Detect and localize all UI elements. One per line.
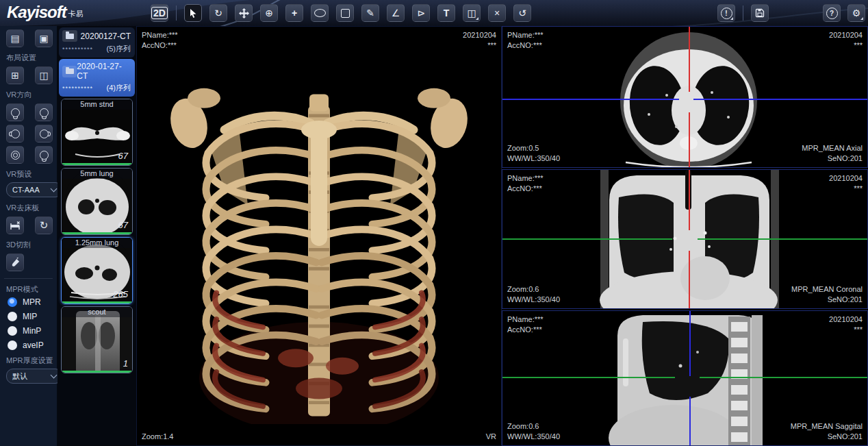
radio-icon [8, 312, 17, 321]
head-back-icon [40, 108, 49, 117]
folder-closed-icon [66, 34, 74, 39]
axial-date-overlay: 20210204 *** [829, 30, 863, 51]
coronal-patient-overlay: PName:*** AccNO:*** [507, 173, 544, 194]
bed-reset-button[interactable]: ↻ [35, 216, 53, 234]
text-annotate-button[interactable]: T [437, 4, 455, 22]
pan-button[interactable] [235, 4, 253, 22]
series-thumbnail-5mm-lung[interactable]: 5mm lung 67 [61, 168, 133, 235]
axial-masked: *** [829, 40, 863, 51]
vr-preset-select[interactable]: CT-AAA [6, 182, 62, 197]
folder-box [62, 66, 77, 77]
vr-left-view-button[interactable] [6, 125, 24, 143]
about-info-button[interactable]: ! [717, 4, 735, 22]
sagittal-crosshair-vertical-blue[interactable] [689, 311, 691, 376]
zoom-tool-button[interactable]: ⊕ [260, 4, 278, 22]
mpr-sagittal-viewport[interactable]: PName:*** AccNO:*** 20210204 *** Zoom:0.… [502, 310, 868, 446]
help-button[interactable]: ? [823, 4, 841, 22]
toggle-left-panel-button[interactable]: ▤ [6, 29, 24, 47]
study-title-row: 2020-01-27-CT [62, 62, 131, 81]
arrow-pointer-icon: ⊳ [417, 8, 425, 18]
mpr-thickness-label: MPR厚度设置 [6, 356, 57, 366]
mpr-coronal-viewport[interactable]: PName:*** AccNO:*** 20210204 *** Zoom:0.… [502, 169, 868, 309]
grid-layout-button[interactable]: ⊞ [6, 66, 24, 84]
vr-right-view-button[interactable] [35, 125, 53, 143]
split-layout-button[interactable]: ◫ [35, 66, 53, 84]
study-item-2-selected[interactable]: 2020-01-27-CT ********** (4)序列 [59, 59, 135, 97]
coronal-crosshair-vertical-red[interactable] [689, 170, 690, 230]
folder-box [62, 30, 77, 42]
axial-crosshair-horizontal-blue[interactable] [502, 99, 679, 100]
window-level-button[interactable]: ◫ [463, 4, 481, 22]
pencil-measure-button[interactable]: ✎ [361, 4, 379, 22]
magnifier-plus-icon: ⊕ [265, 8, 273, 18]
mpr-mode-option-minp[interactable]: MinP [8, 326, 57, 336]
mpr-mode-option-mip[interactable]: MIP [8, 312, 57, 321]
reset-view-button[interactable]: ↺ [513, 4, 531, 22]
vr-front-view-button[interactable] [6, 103, 24, 121]
coronal-zoom: Zoom:0.6 [507, 284, 560, 295]
save-export-button[interactable] [751, 4, 769, 22]
mpr-mode-option-aveip[interactable]: aveIP [8, 340, 57, 350]
toolbar-main-tools: 2D ↻ ⊕ + [151, 4, 531, 22]
cursor-icon [188, 8, 198, 18]
study-sub-row: ********** (5)序列 [62, 44, 131, 54]
arrow-annotate-button[interactable]: ⊳ [412, 4, 430, 22]
vr-direction-row-1 [6, 103, 57, 121]
axial-crosshair-vertical-red[interactable] [689, 112, 690, 167]
mpr-axial-viewport[interactable]: PName:*** AccNO:*** 20210204 *** Zoom:0.… [502, 26, 868, 168]
vr-date-overlay: 20210204 *** [463, 30, 496, 51]
vr-bottom-view-button[interactable] [35, 146, 53, 164]
series-thumbnail-5mm-stnd[interactable]: 5mm stnd 67 [61, 99, 133, 166]
coronal-crosshair-horizontal-green[interactable] [698, 238, 867, 240]
mpr-mode-label: MPR模式 [6, 284, 57, 295]
axial-series-overlay: MPR_MEAN Axial SeNO:201 [802, 143, 863, 164]
delete-annotations-button[interactable]: × [488, 4, 506, 22]
masked-patient-id: ********** [62, 46, 93, 53]
cursor-select-button[interactable] [184, 4, 202, 22]
thumbnail-image-number: 67 [118, 220, 128, 230]
sagittal-crosshair-horizontal-green[interactable] [700, 377, 867, 378]
rotate-3d-button[interactable]: ↻ [209, 4, 227, 22]
axial-crosshair-vertical-red[interactable] [689, 27, 690, 92]
layout-buttons-row: ⊞ ◫ [6, 66, 57, 84]
toggle-right-panel-button[interactable]: ▣ [35, 29, 53, 47]
sagittal-zoom: Zoom:0.6 [507, 421, 560, 432]
radio-selected-icon [8, 297, 17, 307]
layout-settings-label: 布局设置 [6, 53, 57, 63]
coronal-crosshair-horizontal-green[interactable] [502, 238, 672, 240]
axial-crosshair-horizontal-blue[interactable] [693, 99, 867, 100]
study-item-1[interactable]: 20200127-CT ********** (5)序列 [59, 27, 135, 58]
angle-measure-button[interactable]: ∠ [387, 4, 405, 22]
scalpel-cut-button[interactable] [6, 253, 24, 271]
thumbnail-label: 1.25mm lung [62, 238, 132, 248]
mpr-mode-option-label: MIP [23, 312, 37, 321]
2d-mode-button[interactable]: 2D [151, 4, 168, 22]
crosshair-locate-button[interactable]: + [285, 4, 303, 22]
sagittal-crosshair-vertical-blue[interactable] [689, 397, 691, 445]
coronal-masked: *** [829, 184, 863, 194]
axial-zoom: Zoom:0.5 [507, 143, 560, 153]
mpr-thickness-select[interactable]: 默认 [6, 369, 62, 384]
series-thumbnail-125mm-lung-selected[interactable]: 1.25mm lung 265 [61, 237, 133, 304]
vr-type-label: VR [486, 432, 496, 442]
settings-button[interactable]: ⚙ [847, 4, 865, 22]
sagittal-crosshair-horizontal-green[interactable] [502, 377, 675, 378]
sagittal-series-label: MPR_MEAN Saggital [791, 421, 863, 432]
vr-ribcage-rendering [168, 68, 470, 424]
coronal-crosshair-vertical-red[interactable] [689, 251, 690, 308]
mpr-mode-option-label: aveIP [23, 340, 44, 350]
series-thumbnail-scout[interactable]: scout 1 [61, 306, 133, 373]
panel-flag-icon: ▣ [39, 33, 48, 44]
radio-icon [8, 340, 17, 350]
vr-back-view-button[interactable] [35, 103, 53, 121]
coronal-wwwl: WW/WL:350/40 [507, 295, 560, 305]
remove-bed-button[interactable] [6, 216, 24, 234]
angle-icon: ∠ [392, 8, 400, 18]
vr-top-view-button[interactable] [6, 146, 24, 164]
axial-accno: AccNO:*** [507, 40, 544, 51]
vr-3d-viewport[interactable]: PName:*** AccNO:*** 20210204 *** Zoom:1.… [136, 26, 502, 446]
rect-roi-button[interactable] [336, 4, 354, 22]
study-sub-row: ********** (4)序列 [62, 83, 131, 93]
mpr-mode-option-mpr[interactable]: MPR [8, 297, 57, 307]
ellipse-roi-button[interactable] [311, 4, 329, 22]
